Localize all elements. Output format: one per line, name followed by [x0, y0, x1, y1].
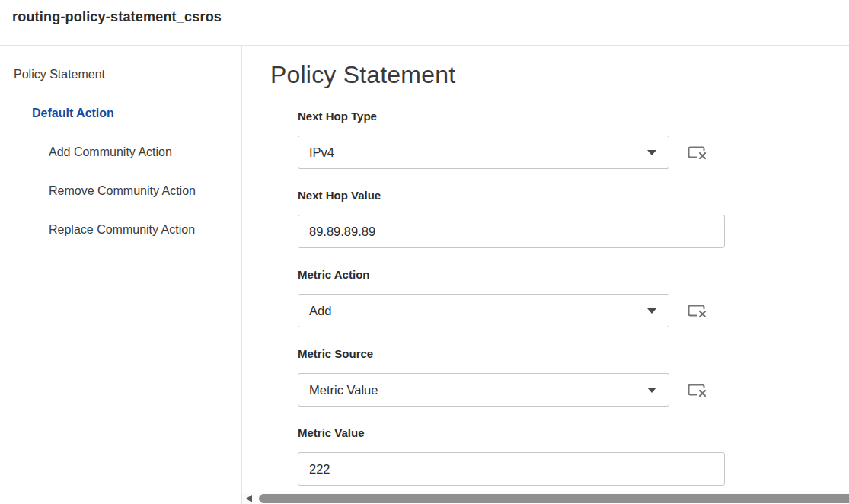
chevron-down-icon [647, 308, 656, 314]
next-hop-type-selected-value: IPv4 [309, 145, 334, 160]
panel-header: Policy Statement [242, 46, 849, 104]
horizontal-scrollbar[interactable] [242, 493, 849, 504]
sidebar-item-default-action[interactable]: Default Action [0, 106, 241, 121]
clear-field-icon [688, 381, 707, 398]
chevron-down-icon [647, 388, 656, 393]
main-layout: Policy Statement Default Action Add Comm… [0, 46, 849, 504]
horizontal-scrollbar-thumb[interactable] [259, 494, 849, 503]
main-panel: Policy Statement Next Hop Type IPv4 [242, 46, 849, 504]
metric-action-selected-value: Add [309, 304, 331, 318]
next-hop-value-input[interactable] [298, 215, 725, 248]
sidebar-item-add-community-action[interactable]: Add Community Action [0, 145, 241, 160]
page-title: routing-policy-statement_csros [12, 9, 849, 25]
clear-field-icon [688, 302, 707, 319]
panel-heading: Policy Statement [270, 61, 849, 89]
sidebar-item-label: Policy Statement [14, 68, 105, 81]
field-label-next-hop-type: Next Hop Type [298, 110, 849, 123]
field-group-next-hop-value: Next Hop Value [298, 189, 849, 248]
chevron-down-icon [647, 150, 656, 155]
clear-metric-source-button[interactable] [688, 381, 707, 398]
sidebar-item-label: Replace Community Action [49, 223, 195, 236]
field-group-next-hop-type: Next Hop Type IPv4 [298, 110, 849, 169]
window-title-bar: routing-policy-statement_csros [0, 0, 849, 46]
scroll-left-arrow-icon[interactable] [246, 495, 252, 502]
sidebar-item-label: Remove Community Action [49, 184, 196, 197]
sidebar-item-remove-community-action[interactable]: Remove Community Action [0, 183, 241, 199]
sidebar-item-replace-community-action[interactable]: Replace Community Action [0, 222, 241, 238]
field-label-metric-source: Metric Source [298, 347, 849, 360]
metric-action-select[interactable]: Add [298, 294, 669, 327]
field-group-metric-action: Metric Action Add [298, 268, 849, 327]
metric-source-selected-value: Metric Value [309, 383, 378, 397]
sidebar: Policy Statement Default Action Add Comm… [0, 46, 242, 504]
next-hop-type-select[interactable]: IPv4 [298, 136, 669, 169]
clear-metric-action-button[interactable] [688, 302, 707, 319]
sidebar-item-policy-statement[interactable]: Policy Statement [0, 67, 241, 82]
clear-next-hop-type-button[interactable] [688, 144, 707, 161]
field-label-next-hop-value: Next Hop Value [298, 189, 849, 202]
sidebar-item-label: Default Action [32, 107, 114, 120]
field-label-metric-action: Metric Action [298, 268, 849, 281]
policy-form: Next Hop Type IPv4 [242, 104, 849, 486]
field-label-metric-value: Metric Value [298, 426, 849, 439]
metric-value-input[interactable] [298, 452, 725, 486]
metric-source-select[interactable]: Metric Value [298, 373, 669, 407]
clear-field-icon [688, 144, 707, 161]
field-group-metric-source: Metric Source Metric Value [298, 347, 849, 407]
sidebar-item-label: Add Community Action [49, 145, 172, 158]
field-group-metric-value: Metric Value [298, 426, 849, 486]
